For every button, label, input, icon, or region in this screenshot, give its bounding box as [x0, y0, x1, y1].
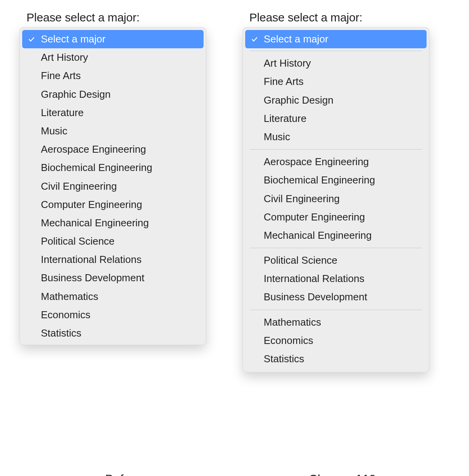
select-option[interactable]: Political Science: [22, 232, 204, 250]
select-option[interactable]: Statistics: [22, 324, 204, 342]
checkmark-icon: [27, 36, 36, 43]
select-option[interactable]: Mechanical Engineering: [22, 214, 204, 232]
select-option-list: Art HistoryFine ArtsGraphic DesignLitera…: [22, 48, 204, 342]
select-option[interactable]: Art History: [245, 54, 427, 72]
select-option-label: Mechanical Engineering: [264, 229, 372, 242]
select-option[interactable]: Mechanical Engineering: [245, 226, 427, 245]
select-option-label: Art History: [41, 51, 88, 63]
select-option-label: Biochemical Engineering: [264, 174, 375, 186]
select-option[interactable]: Economics: [22, 306, 204, 324]
select-option[interactable]: Literature: [22, 104, 204, 122]
select-option-label: Computer Engineering: [41, 199, 142, 211]
select-option[interactable]: Computer Engineering: [22, 196, 204, 214]
select-option-label: Civil Engineering: [264, 193, 340, 205]
select-option-label: Political Science: [264, 254, 337, 266]
group-separator: [250, 310, 422, 310]
select-option[interactable]: Art History: [22, 48, 204, 67]
select-option-label: Economics: [264, 335, 313, 347]
select-option-label: Statistics: [264, 353, 304, 365]
select-option-label: Music: [264, 131, 290, 143]
caption-before: Before: [19, 472, 227, 476]
select-option[interactable]: Biochemical Engineering: [245, 171, 427, 189]
before-column: Please select a major: Select a major Ar…: [19, 11, 227, 345]
group-separator: [250, 248, 422, 248]
select-option-label: Computer Engineering: [264, 211, 365, 223]
select-option[interactable]: Political Science: [245, 251, 427, 270]
select-option-label: Aerospace Engineering: [264, 156, 369, 168]
select-option-label: Literature: [41, 107, 84, 119]
select-option-group: MathematicsEconomicsStatistics: [245, 312, 427, 369]
select-prompt-label: Please select a major:: [249, 11, 363, 24]
select-option-label: Graphic Design: [41, 88, 111, 100]
select-option-list-grouped: Art HistoryFine ArtsGraphic DesignLitera…: [245, 53, 427, 369]
select-option[interactable]: Graphic Design: [22, 85, 204, 104]
select-option-label: Aerospace Engineering: [41, 143, 146, 155]
select-option[interactable]: Graphic Design: [245, 91, 427, 109]
select-option-label: Mathematics: [41, 291, 98, 303]
select-option[interactable]: Mathematics: [22, 287, 204, 306]
select-option[interactable]: International Relations: [22, 250, 204, 269]
select-option-group: Art HistoryFine ArtsGraphic DesignLitera…: [245, 53, 427, 147]
select-option-group: Aerospace EngineeringBiochemical Enginee…: [245, 152, 427, 245]
select-option[interactable]: Music: [245, 128, 427, 146]
select-popup-before[interactable]: Select a major Art HistoryFine ArtsGraph…: [19, 27, 206, 345]
select-option-label: Fine Arts: [264, 76, 304, 88]
checkmark-icon: [250, 36, 259, 43]
select-option-label: Select a major: [264, 33, 328, 45]
select-option[interactable]: Computer Engineering: [245, 208, 427, 226]
select-option-label: Economics: [41, 309, 90, 321]
select-option[interactable]: Aerospace Engineering: [22, 140, 204, 159]
select-option-label: Graphic Design: [264, 94, 334, 106]
select-option-label: Music: [41, 125, 67, 137]
select-option-label: Fine Arts: [41, 70, 81, 82]
select-option[interactable]: Literature: [245, 109, 427, 128]
select-option[interactable]: Civil Engineering: [22, 177, 204, 196]
select-option-label: International Relations: [264, 273, 365, 285]
select-option[interactable]: Aerospace Engineering: [245, 153, 427, 171]
select-option-label: Political Science: [41, 235, 114, 247]
select-option-label: Business Development: [264, 291, 367, 303]
select-option[interactable]: Fine Arts: [245, 72, 427, 91]
select-option[interactable]: Economics: [245, 331, 427, 350]
comparison-canvas: Please select a major: Select a major Ar…: [0, 0, 469, 476]
select-option-label: Civil Engineering: [41, 180, 117, 192]
select-option-label: Literature: [264, 113, 307, 125]
select-option[interactable]: Statistics: [245, 350, 427, 368]
select-option[interactable]: Music: [22, 122, 204, 140]
select-option-group: Political ScienceInternational Relations…: [245, 250, 427, 307]
select-popup-after[interactable]: Select a major Art HistoryFine ArtsGraph…: [242, 27, 429, 372]
select-option[interactable]: Business Development: [22, 269, 204, 287]
select-option-label: International Relations: [41, 254, 142, 266]
group-separator: [250, 51, 422, 51]
caption-after: Chrome 119+: [242, 472, 450, 476]
select-option[interactable]: Civil Engineering: [245, 190, 427, 208]
select-option-label: Art History: [264, 57, 311, 69]
select-option-label: Biochemical Engineering: [41, 162, 152, 174]
select-option[interactable]: Business Development: [245, 288, 427, 306]
select-option[interactable]: International Relations: [245, 270, 427, 288]
select-option[interactable]: Biochemical Engineering: [22, 159, 204, 177]
caption-row: Before Chrome 119+: [0, 472, 469, 476]
select-option-label: Mechanical Engineering: [41, 217, 149, 229]
select-option-label: Mathematics: [264, 316, 321, 328]
select-prompt-label: Please select a major:: [26, 11, 140, 24]
after-column: Please select a major: Select a major Ar…: [242, 11, 450, 372]
select-option[interactable]: Fine Arts: [22, 67, 204, 85]
select-option-label: Select a major: [41, 33, 105, 45]
select-option-label: Business Development: [41, 272, 144, 284]
group-separator: [250, 149, 422, 150]
select-option-selected[interactable]: Select a major: [22, 30, 204, 48]
select-option-label: Statistics: [41, 327, 81, 339]
select-option[interactable]: Mathematics: [245, 313, 427, 331]
select-option-selected[interactable]: Select a major: [245, 30, 427, 48]
